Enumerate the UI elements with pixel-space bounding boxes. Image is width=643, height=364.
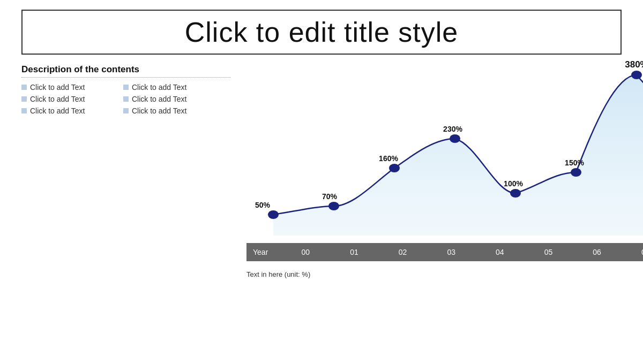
bullet-item-2[interactable]: Click to add Text: [21, 95, 118, 103]
footer-note: Text in here (unit: %): [246, 270, 310, 278]
bullet-label-3: Click to add Text: [132, 95, 186, 103]
x-axis-bar: Year 00 01 02 03 04 05 06 07: [246, 243, 643, 261]
x-axis-labels: 00 01 02 03 04 05 06 07: [281, 248, 643, 256]
dot-04: [510, 189, 521, 198]
bullet-square-icon: [123, 108, 129, 113]
label-03: 230%: [443, 125, 462, 133]
x-label-03: 03: [427, 248, 476, 256]
bullet-label-0: Click to add Text: [30, 83, 85, 92]
bullet-item-4[interactable]: Click to add Text: [21, 107, 118, 115]
bullet-square-icon: [123, 85, 129, 90]
x-label-04: 04: [476, 248, 525, 256]
bullet-label-1: Click to add Text: [132, 83, 186, 92]
bullet-item-0[interactable]: Click to add Text: [21, 83, 118, 92]
chart-svg: 50% 70% 160% 230% 100% 150% 380% 300%: [246, 59, 643, 257]
label-06: 380%: [625, 59, 643, 70]
label-00: 50%: [255, 201, 271, 209]
x-label-07: 07: [621, 248, 643, 256]
left-panel: Description of the contents Click to add…: [21, 64, 220, 115]
label-04: 100%: [504, 179, 523, 188]
bullet-square-icon: [21, 85, 27, 90]
bullet-square-icon: [123, 96, 129, 102]
bullet-label-2: Click to add Text: [30, 95, 85, 103]
x-label-00: 00: [281, 248, 330, 256]
chart-area-fill: [273, 75, 643, 236]
bullet-label-4: Click to add Text: [30, 107, 85, 115]
dot-00: [268, 210, 279, 219]
dot-02: [389, 164, 400, 172]
x-label-01: 01: [330, 248, 379, 256]
slide-title[interactable]: Click to edit title style: [33, 16, 610, 48]
dot-05: [571, 168, 581, 177]
label-01: 70%: [322, 192, 338, 201]
description-divider: [21, 77, 230, 78]
bullet-square-icon: [21, 108, 27, 113]
description-heading[interactable]: Description of the contents: [21, 64, 220, 75]
x-axis-year-label: Year: [246, 248, 281, 256]
label-02: 160%: [379, 154, 398, 163]
x-label-06: 06: [573, 248, 622, 256]
bullet-label-5: Click to add Text: [132, 107, 186, 115]
title-box[interactable]: Click to edit title style: [21, 10, 622, 55]
dot-06: [631, 71, 642, 79]
bullet-square-icon: [21, 96, 27, 102]
dot-03: [450, 134, 460, 143]
chart-container: 50% 70% 160% 230% 100% 150% 380% 300% Ye…: [204, 59, 643, 284]
label-05: 150%: [565, 158, 584, 167]
dot-01: [328, 202, 339, 210]
content-area: Description of the contents Click to add…: [21, 64, 622, 115]
bullet-grid: Click to add TextClick to add TextClick …: [21, 83, 220, 115]
x-label-05: 05: [524, 248, 573, 256]
x-label-02: 02: [378, 248, 427, 256]
chart-area: 50% 70% 160% 230% 100% 150% 380% 300% Ye…: [220, 64, 622, 115]
